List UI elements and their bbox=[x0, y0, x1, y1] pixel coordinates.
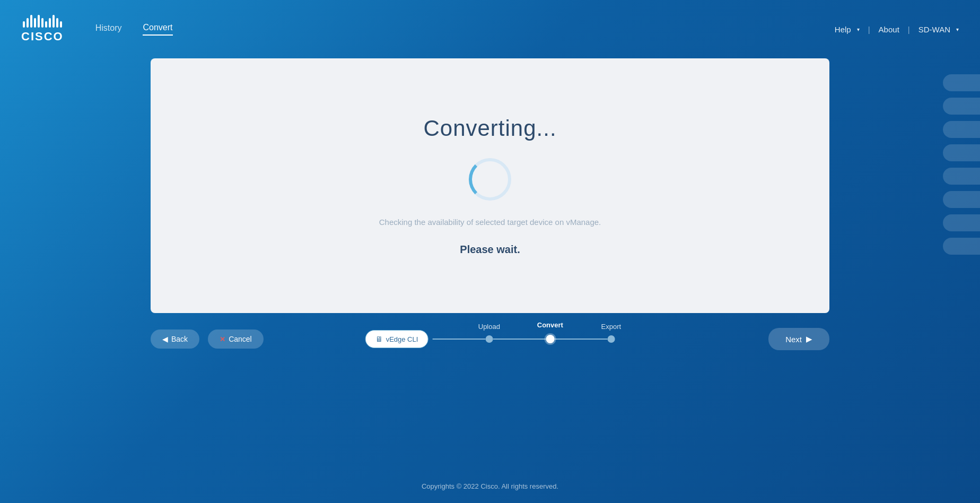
separator2: | bbox=[908, 25, 910, 34]
nav-history[interactable]: History bbox=[95, 23, 122, 35]
back-label: Back bbox=[171, 335, 188, 343]
about-link[interactable]: About bbox=[879, 25, 899, 34]
help-dropdown-icon[interactable]: ▾ bbox=[857, 27, 860, 32]
next-icon: ▶ bbox=[806, 334, 812, 344]
export-dot bbox=[607, 335, 615, 343]
cisco-logo-text: CISCO bbox=[21, 30, 64, 44]
line-1 bbox=[432, 339, 485, 340]
header-right: Help▾ | About | SD-WAN▾ bbox=[835, 25, 959, 34]
export-step-wrapper: Export bbox=[607, 335, 615, 343]
side-pill-8 bbox=[943, 238, 980, 255]
footer: Copyrights © 2022 Cisco. All rights rese… bbox=[0, 474, 980, 503]
convert-label: Convert bbox=[537, 321, 563, 329]
convert-dot bbox=[546, 335, 554, 343]
upload-step-wrapper: Upload bbox=[485, 335, 493, 343]
export-label: Export bbox=[601, 323, 622, 331]
side-pill-4 bbox=[943, 144, 980, 161]
upload-label: Upload bbox=[478, 323, 500, 331]
sdwan-menu[interactable]: SD-WAN bbox=[918, 25, 950, 34]
header: CISCO History Convert Help▾ | About | SD… bbox=[0, 0, 980, 58]
back-icon: ◀ bbox=[162, 335, 168, 343]
nav: History Convert bbox=[95, 23, 173, 36]
main-content: Converting... Checking the availability … bbox=[0, 58, 980, 474]
convert-step-wrapper: Convert bbox=[546, 335, 554, 343]
line-3 bbox=[554, 339, 607, 340]
copyright-text: Copyrights © 2022 Cisco. All rights rese… bbox=[422, 482, 558, 490]
please-wait-text: Please wait. bbox=[460, 244, 520, 256]
bottom-bar: ◀ Back ✕ Cancel 🖥 vEdge CLI Upload Conve… bbox=[151, 313, 829, 365]
separator1: | bbox=[868, 25, 870, 34]
back-button[interactable]: ◀ Back bbox=[151, 329, 199, 349]
cancel-button[interactable]: ✕ Cancel bbox=[208, 329, 264, 349]
vedge-icon: 🖥 bbox=[375, 335, 383, 343]
nav-convert[interactable]: Convert bbox=[143, 23, 172, 36]
line-2 bbox=[493, 339, 546, 340]
progress-steps: 🖥 vEdge CLI Upload Convert Export bbox=[365, 330, 615, 348]
progress-line: Upload Convert Export bbox=[432, 335, 615, 343]
loading-spinner bbox=[469, 158, 511, 201]
side-pill-1 bbox=[943, 74, 980, 91]
step-badge-vedge: 🖥 vEdge CLI bbox=[365, 330, 428, 348]
side-pill-7 bbox=[943, 214, 980, 231]
cancel-icon: ✕ bbox=[220, 335, 225, 343]
side-pills bbox=[943, 74, 980, 255]
side-pill-3 bbox=[943, 121, 980, 138]
upload-dot bbox=[485, 335, 493, 343]
logo: CISCO bbox=[21, 15, 64, 44]
spinner-arc bbox=[469, 158, 511, 201]
conversion-card: Converting... Checking the availability … bbox=[151, 58, 829, 313]
cancel-label: Cancel bbox=[229, 335, 252, 343]
help-menu[interactable]: Help bbox=[835, 25, 851, 34]
sdwan-dropdown-icon[interactable]: ▾ bbox=[956, 27, 959, 32]
converting-title: Converting... bbox=[423, 116, 556, 141]
next-button[interactable]: Next ▶ bbox=[768, 328, 829, 350]
next-label: Next bbox=[785, 335, 802, 344]
side-pill-6 bbox=[943, 191, 980, 208]
side-pill-2 bbox=[943, 98, 980, 115]
side-pill-5 bbox=[943, 168, 980, 185]
cisco-bars-icon bbox=[23, 15, 62, 28]
step-badge-label: vEdge CLI bbox=[386, 335, 418, 343]
status-text: Checking the availability of selected ta… bbox=[379, 218, 601, 227]
